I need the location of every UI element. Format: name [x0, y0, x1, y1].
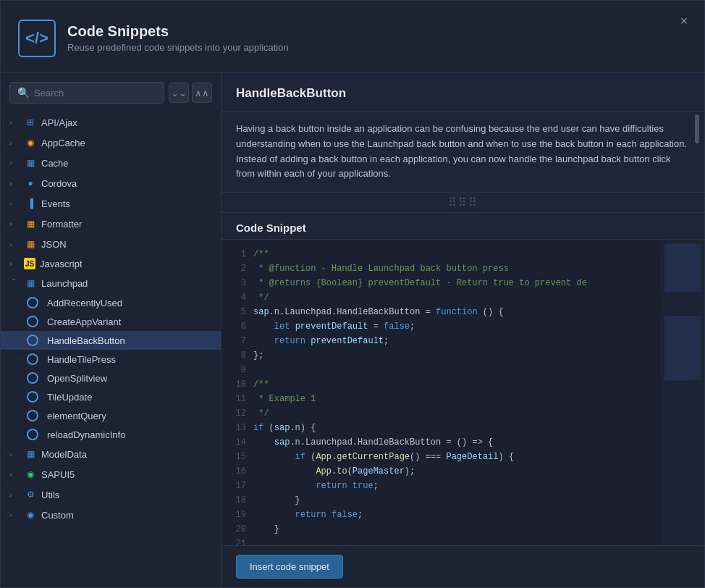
tree-item-javascript[interactable]: › JS Javascript: [1, 254, 221, 273]
tree-item-create-app-variant[interactable]: CreateAppVariant: [1, 312, 221, 331]
dot-icon: [27, 410, 38, 421]
launchpad-icon: ▦: [24, 277, 37, 290]
grid-icon: ⊞: [24, 116, 37, 129]
chevron-icon: ›: [9, 118, 20, 127]
chevron-icon: ›: [9, 490, 20, 499]
tree-item-handle-back-button[interactable]: HandleBackButton: [1, 331, 221, 350]
scroll-thumb: [695, 114, 699, 143]
chevron-icon: ›: [9, 199, 20, 208]
modal-body: 🔍 ⌄⌄ ∧∧ › ⊞ API/Ajax › ◉: [1, 73, 704, 587]
tree-item-formatter[interactable]: › ▦ Formatter: [1, 214, 221, 234]
square-icon: ▦: [24, 238, 37, 251]
gear-icon: ⚙: [24, 488, 37, 501]
dot-icon: [27, 297, 38, 308]
modal-subtitle: Reuse predefined code snippets into your…: [67, 42, 289, 53]
dot-icon: [27, 391, 38, 403]
tree-item-label: TileUpdate: [47, 392, 92, 403]
tree-item-events[interactable]: › ▐ Events: [1, 193, 221, 214]
svg-rect-2: [664, 316, 701, 381]
snippet-title: HandleBackButton: [236, 86, 346, 100]
tree-item-tile-update[interactable]: TileUpdate: [1, 387, 221, 406]
dot-icon: [27, 353, 38, 365]
code-content: /** * @function - Handle Launchpad back …: [253, 247, 704, 538]
drag-dots-icon: ⠿⠿⠿: [448, 196, 478, 209]
tree-item-label: Cache: [41, 158, 69, 169]
tree-item-label: API/Ajax: [41, 117, 77, 128]
tree-item-label: Events: [41, 198, 70, 209]
chevron-icon: ›: [9, 159, 20, 167]
tree-item-handle-tile-press[interactable]: HandleTilePress: [1, 350, 221, 369]
chevron-expanded-icon: ›: [10, 278, 19, 288]
tree-item-open-splitview[interactable]: OpenSplitview: [1, 369, 221, 387]
square-icon: ▦: [24, 217, 37, 230]
svg-rect-1: [664, 296, 701, 312]
search-input[interactable]: [34, 88, 156, 98]
header-icon: </>: [18, 20, 56, 57]
header-text: Code Snippets Reuse predefined code snip…: [67, 23, 289, 53]
modal-header: </> Code Snippets Reuse predefined code …: [1, 1, 704, 73]
tree-item-json[interactable]: › ▦ JSON: [1, 234, 221, 254]
tree-item-label: SAPUI5: [41, 469, 75, 480]
tree-item-cordova[interactable]: › ● Cordova: [1, 173, 221, 193]
tree-item-label: CreateAppVariant: [47, 316, 121, 327]
snippet-description: Having a back button inside an applicati…: [221, 112, 704, 193]
tree-item-label: Cordova: [41, 178, 77, 189]
custom-icon: ◉: [24, 508, 37, 521]
tree-item-label: Utils: [41, 490, 59, 500]
search-bar: 🔍 ⌄⌄ ∧∧: [1, 73, 221, 109]
square-icon: ▦: [24, 156, 37, 169]
expand-all-button[interactable]: ∧∧: [192, 83, 212, 103]
search-input-wrap[interactable]: 🔍: [9, 82, 164, 104]
chevron-icon: ›: [9, 511, 20, 519]
tree-item-utils[interactable]: › ⚙ Utils: [1, 484, 221, 505]
tree-item-label: AppCache: [41, 138, 85, 148]
tree-item-launchpad[interactable]: › ▦ Launchpad: [1, 273, 221, 293]
minimap: [661, 240, 704, 545]
insert-btn-area: Insert code snippet: [221, 545, 704, 587]
js-icon: JS: [24, 258, 35, 269]
tree-item-element-query[interactable]: elementQuery: [1, 406, 221, 425]
line-numbers: 12345 678910 1112131415 1617181920 21: [221, 247, 253, 538]
chevron-icon: ›: [9, 179, 20, 188]
tree-item-label: Launchpad: [41, 278, 88, 289]
tree-item-model-data[interactable]: › ▦ ModelData: [1, 444, 221, 464]
chevron-icon: ›: [9, 138, 20, 147]
dot-icon: [27, 372, 38, 384]
tree-item-appcache[interactable]: › ◉ AppCache: [1, 133, 221, 153]
chevron-icon: ›: [9, 470, 20, 479]
dot-icon: [27, 316, 38, 327]
snippet-title-section: HandleBackButton: [221, 73, 704, 112]
search-icon: 🔍: [17, 87, 30, 98]
tree-item-add-recently-used[interactable]: AddRecentlyUsed: [1, 293, 221, 312]
tree-item-label: Formatter: [41, 219, 82, 230]
sapui5-icon: ◉: [24, 468, 37, 481]
scroll-indicator: [694, 112, 700, 192]
tree-item-reload-dynamic-info[interactable]: reloadDynamicInfo: [1, 425, 221, 444]
tree-item-label: reloadDynamicInfo: [47, 429, 125, 440]
dot-icon: [27, 335, 38, 346]
code-section-header: Code Snippet: [221, 213, 704, 240]
tree-item-api-ajax[interactable]: › ⊞ API/Ajax: [1, 112, 221, 133]
dot-icon: [27, 429, 38, 440]
code-area: 12345 678910 1112131415 1617181920 21 /*…: [221, 240, 704, 545]
close-button[interactable]: ×: [675, 12, 693, 30]
tree-item-cache[interactable]: › ▦ Cache: [1, 153, 221, 173]
tree-item-label: HandleBackButton: [47, 335, 125, 346]
right-panel: HandleBackButton Having a back button in…: [221, 73, 704, 587]
chevron-icon: ›: [9, 219, 20, 228]
circle-icon: ●: [24, 177, 37, 190]
tree-item-sapui5[interactable]: › ◉ SAPUI5: [1, 464, 221, 484]
description-text: Having a back button inside an applicati…: [236, 122, 690, 182]
tree-item-label: AddRecentlyUsed: [47, 298, 122, 308]
collapse-all-button[interactable]: ⌄⌄: [169, 83, 189, 103]
model-icon: ▦: [24, 448, 37, 461]
tree-item-label: Custom: [41, 510, 74, 521]
code-block[interactable]: 12345 678910 1112131415 1617181920 21 /*…: [221, 240, 704, 545]
tree-item-label: elementQuery: [47, 411, 106, 421]
tree-item-label: OpenSplitview: [47, 373, 107, 384]
insert-code-snippet-button[interactable]: Insert code snippet: [236, 555, 343, 579]
left-panel: 🔍 ⌄⌄ ∧∧ › ⊞ API/Ajax › ◉: [1, 73, 221, 587]
tree-item-label: HandleTilePress: [47, 354, 116, 365]
tree-item-custom[interactable]: › ◉ Custom: [1, 505, 221, 525]
drag-handle[interactable]: ⠿⠿⠿: [221, 193, 704, 213]
